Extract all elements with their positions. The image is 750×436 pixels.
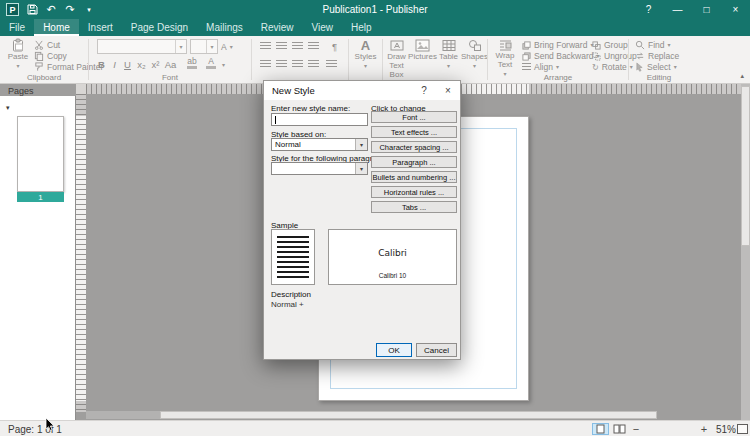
pilcrow-icon[interactable]: ¶ <box>328 39 341 53</box>
pictures-button[interactable]: Pictures <box>410 39 435 81</box>
cut-label: Cut <box>47 40 60 50</box>
horizontal-rules-button[interactable]: Horizontal rules ... <box>371 186 457 198</box>
sample-paragraph-preview <box>271 229 315 285</box>
ok-button[interactable]: OK <box>376 343 412 357</box>
description-label: Description <box>271 290 311 299</box>
bring-forward-icon <box>522 41 531 50</box>
page-thumbnail[interactable] <box>17 116 64 192</box>
underline-button[interactable]: U <box>121 57 134 71</box>
paragraph-change-button[interactable]: Paragraph ... <box>371 156 457 168</box>
font-size-combobox[interactable]: ▾ <box>190 39 218 54</box>
replace-button[interactable]: Replace <box>635 51 679 61</box>
copy-button[interactable]: Copy <box>34 51 67 61</box>
bullets-numbering-button[interactable]: Bullets and numbering ... <box>371 171 457 183</box>
numbering-icon[interactable] <box>276 42 287 51</box>
tab-insert[interactable]: Insert <box>79 19 122 36</box>
dropdown-arrow-icon[interactable]: ▾ <box>222 62 225 68</box>
dialog-help-button[interactable]: ? <box>412 81 436 100</box>
redo-icon[interactable]: ↷ <box>64 2 76 17</box>
select-icon <box>635 62 644 72</box>
two-page-view-button[interactable] <box>611 423 628 435</box>
based-on-combobox[interactable]: Normal ▾ <box>271 138 368 151</box>
tab-view[interactable]: View <box>303 19 343 36</box>
horizontal-scrollbar-thumb[interactable] <box>160 411 657 419</box>
shapes-button[interactable]: Shapes ▾ <box>462 39 487 81</box>
save-icon[interactable] <box>26 2 38 17</box>
window-title: Publication1 - Publisher <box>120 0 630 19</box>
find-button[interactable]: Find ▾ <box>635 40 671 50</box>
change-case-button[interactable]: Aa <box>164 57 177 71</box>
undo-icon[interactable]: ↶ <box>45 2 57 17</box>
subscript-button[interactable]: x₂ <box>135 57 148 71</box>
close-button[interactable]: × <box>721 0 750 19</box>
justify-icon[interactable] <box>308 60 319 69</box>
style-name-input[interactable] <box>271 113 368 126</box>
page-indicator[interactable]: Page: 1 of 1 <box>8 421 62 436</box>
font-change-button[interactable]: Font ... <box>371 111 457 123</box>
align-left-icon[interactable] <box>260 60 271 69</box>
qat-customize-icon[interactable]: ▾ <box>83 2 95 17</box>
dialog-title: New Style <box>272 85 315 96</box>
rotate-button[interactable]: ↻ Rotate ▾ <box>592 62 633 72</box>
send-backward-icon <box>522 52 531 61</box>
decrease-indent-icon[interactable] <box>292 42 303 51</box>
draw-text-box-button[interactable]: Draw Text Box <box>384 39 409 81</box>
tab-home[interactable]: Home <box>34 19 79 36</box>
send-backward-label: Send Backward <box>534 51 594 61</box>
align-center-icon[interactable] <box>276 60 287 69</box>
italic-button[interactable]: I <box>108 57 121 71</box>
text-effects-button[interactable]: Text effects ... <box>371 126 457 138</box>
align-right-icon[interactable] <box>292 60 303 69</box>
maximize-button[interactable]: □ <box>692 0 721 19</box>
tab-review[interactable]: Review <box>252 19 303 36</box>
increase-indent-icon[interactable] <box>308 42 319 51</box>
select-button[interactable]: Select ▾ <box>635 62 677 72</box>
tab-page-design[interactable]: Page Design <box>122 19 197 36</box>
font-color-button[interactable]: A <box>204 56 218 70</box>
dropdown-arrow-icon[interactable]: ▾ <box>175 40 186 53</box>
cut-button[interactable]: Cut <box>34 40 60 50</box>
send-backward-button[interactable]: Send Backward ▾ <box>522 51 600 61</box>
vertical-ruler <box>76 94 86 412</box>
vertical-scrollbar[interactable] <box>741 84 750 420</box>
tab-help[interactable]: Help <box>342 19 381 36</box>
paste-button[interactable]: Paste ▾ <box>4 38 32 74</box>
zoom-out-button[interactable]: − <box>630 421 642 436</box>
text-highlight-button[interactable]: ab <box>185 56 199 70</box>
grow-font-button[interactable]: A▾ <box>221 42 233 52</box>
zoom-level[interactable]: 51% <box>708 421 736 436</box>
bold-button[interactable]: B <box>95 57 108 71</box>
font-name-combobox[interactable]: ▾ <box>97 39 187 54</box>
collapse-ribbon-button[interactable]: ▴ <box>740 72 744 80</box>
table-button[interactable]: Table ▾ <box>436 39 461 81</box>
align-button[interactable]: Align ▾ <box>522 62 559 72</box>
new-style-dialog: New Style ? × Enter new style name: Styl… <box>263 80 461 360</box>
fit-page-icon[interactable] <box>737 424 748 434</box>
tab-file[interactable]: File <box>0 19 34 36</box>
collapse-pages-icon[interactable]: ▾ <box>6 104 10 112</box>
following-paragraph-combobox[interactable]: ▾ <box>271 162 368 175</box>
horizontal-scrollbar[interactable] <box>86 411 657 419</box>
publisher-app-icon[interactable]: P <box>6 3 19 16</box>
group-button[interactable]: Group <box>592 40 628 50</box>
character-spacing-button[interactable]: Character spacing ... <box>371 141 457 153</box>
line-spacing-icon[interactable] <box>326 60 337 69</box>
cancel-button[interactable]: Cancel <box>416 343 457 357</box>
dropdown-arrow-icon[interactable]: ▾ <box>355 163 367 174</box>
bullets-icon[interactable] <box>260 42 271 51</box>
single-page-view-button[interactable] <box>592 423 609 435</box>
dialog-close-button[interactable]: × <box>436 81 460 100</box>
bring-forward-button[interactable]: Bring Forward ▾ <box>522 40 593 50</box>
vertical-scrollbar-thumb[interactable] <box>741 86 750 246</box>
dropdown-arrow-icon: ▾ <box>674 64 677 70</box>
styles-button[interactable]: A Styles ▾ <box>351 39 380 81</box>
dropdown-arrow-icon[interactable]: ▾ <box>206 40 217 53</box>
dropdown-arrow-icon[interactable]: ▾ <box>355 139 367 150</box>
help-button[interactable]: ? <box>634 0 663 19</box>
superscript-button[interactable]: x² <box>149 57 162 71</box>
tabs-change-button[interactable]: Tabs ... <box>371 201 457 213</box>
minimize-button[interactable]: — <box>663 0 692 19</box>
tab-mailings[interactable]: Mailings <box>197 19 252 36</box>
page-thumbnail-number[interactable]: 1 <box>17 192 64 202</box>
replace-icon <box>635 51 645 61</box>
